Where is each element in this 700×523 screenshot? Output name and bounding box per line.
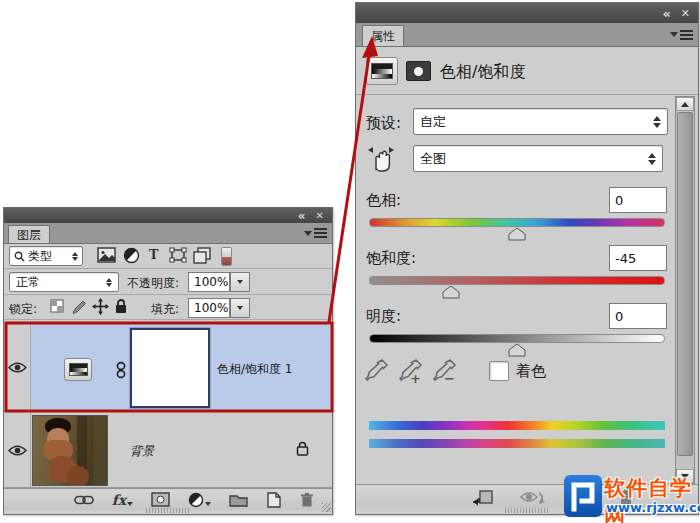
- add-eyedropper-tool[interactable]: +: [398, 357, 424, 385]
- lock-all-button[interactable]: [111, 298, 131, 315]
- collapse-panel-icon[interactable]: «: [662, 7, 670, 20]
- tab-layers[interactable]: 图层: [8, 225, 50, 243]
- hue-saturation-adjustment-icon: [366, 57, 398, 85]
- tab-properties[interactable]: 属性: [362, 25, 404, 46]
- fill-label: 填充:: [151, 301, 179, 318]
- blend-mode-dropdown[interactable]: 正常: [9, 272, 119, 292]
- lightness-input[interactable]: [609, 303, 667, 329]
- lock-pixels-button[interactable]: [68, 299, 90, 315]
- layer-row-hue-saturation[interactable]: 色相/饱和度 1: [4, 324, 332, 412]
- adjustment-title: 色相/饱和度: [440, 62, 525, 83]
- targeted-adjustment-tool[interactable]: [364, 141, 398, 175]
- layers-panel: « ✕ 图层 类型: [3, 207, 333, 515]
- filter-on-off-toggle[interactable]: [221, 247, 232, 266]
- half-circle-icon: [123, 247, 140, 264]
- background-layer-thumbnail[interactable]: [32, 415, 108, 486]
- triangle-down-icon: [237, 306, 243, 310]
- lock-icon: [296, 441, 309, 456]
- link-layers-button[interactable]: [71, 494, 97, 506]
- layer-row-background[interactable]: 背景: [4, 413, 332, 488]
- mask-link-icon[interactable]: [115, 361, 127, 379]
- panel-menu-button[interactable]: [670, 30, 693, 40]
- visibility-cell[interactable]: [4, 324, 31, 411]
- new-layer-button[interactable]: [263, 492, 284, 508]
- layer-lock-badge: [296, 441, 309, 456]
- fill-input[interactable]: [188, 298, 230, 318]
- layer-style-button[interactable]: fx: [109, 492, 136, 508]
- chevron-down-icon: [304, 231, 312, 236]
- subtract-eyedropper-tool[interactable]: −: [432, 357, 458, 385]
- checkerboard-icon: [50, 299, 64, 313]
- smart-object-icon: [193, 247, 211, 264]
- filter-pixel-layers-button[interactable]: [94, 247, 119, 263]
- eyedropper-icon: [364, 357, 390, 385]
- properties-scrollbar[interactable]: [675, 96, 695, 484]
- clip-to-layer-button[interactable]: [468, 488, 498, 506]
- corner-resize-grip[interactable]: [322, 503, 331, 512]
- triangle-down-icon: [127, 502, 133, 506]
- filter-kind-value: 类型: [28, 248, 52, 265]
- lightness-label: 明度:: [366, 307, 401, 326]
- layer-name[interactable]: 背景: [130, 443, 154, 460]
- panel-resize-grip[interactable]: [146, 508, 190, 513]
- filter-smart-objects-button[interactable]: [190, 247, 214, 264]
- hue-slider-thumb[interactable]: [508, 227, 526, 241]
- scrollbar-thumb[interactable]: [677, 112, 693, 456]
- lock-transparency-button[interactable]: [47, 299, 67, 313]
- lock-position-button[interactable]: [89, 298, 112, 315]
- eyedropper-tool[interactable]: [364, 357, 390, 385]
- delete-layer-button[interactable]: [296, 492, 318, 508]
- trash-icon: [299, 492, 315, 508]
- lightness-slider[interactable]: [369, 334, 665, 343]
- hue-spectrum-top: [369, 421, 665, 430]
- filter-shape-layers-button[interactable]: [166, 247, 190, 263]
- opacity-input[interactable]: [188, 272, 230, 292]
- properties-panel: « ✕ 属性 色相/饱和度 预设: 自定: [355, 2, 699, 515]
- close-panel-icon[interactable]: ✕: [681, 8, 690, 19]
- new-adjustment-layer-button[interactable]: [185, 492, 214, 508]
- type-icon: T: [149, 247, 158, 263]
- panel-resize-grip[interactable]: [505, 508, 549, 513]
- layers-tabrow: 图层: [4, 223, 332, 244]
- scroll-up-button[interactable]: [676, 97, 694, 111]
- watermark-logo: [564, 475, 602, 517]
- preset-value: 自定: [420, 113, 446, 131]
- panel-menu-button[interactable]: [304, 228, 327, 238]
- channel-dropdown[interactable]: 全图: [413, 145, 663, 172]
- preset-dropdown[interactable]: 自定: [413, 108, 668, 135]
- layer-mask-thumbnail[interactable]: [130, 328, 210, 408]
- view-previous-state-button[interactable]: [516, 488, 550, 506]
- opacity-dropdown-button[interactable]: [230, 272, 250, 292]
- add-layer-mask-button[interactable]: [148, 492, 173, 507]
- adjustment-layer-thumbnail[interactable]: [64, 358, 92, 381]
- brush-icon: [71, 299, 87, 315]
- visibility-cell[interactable]: [4, 413, 31, 487]
- fill-dropdown-button[interactable]: [230, 298, 250, 318]
- saturation-slider[interactable]: [369, 276, 665, 285]
- close-panel-icon[interactable]: ✕: [316, 211, 324, 221]
- tab-layers-label: 图层: [17, 228, 41, 242]
- properties-titlebar: « ✕: [356, 3, 698, 23]
- hue-input[interactable]: [609, 187, 667, 213]
- watermark: 软件自学网 www.rjzxw.com: [560, 468, 700, 523]
- hamburger-icon: [680, 30, 693, 40]
- saturation-input[interactable]: [609, 245, 667, 271]
- filter-kind-dropdown[interactable]: 类型: [9, 246, 83, 266]
- eye-arrow-icon: [519, 488, 547, 506]
- collapse-panel-icon[interactable]: «: [298, 210, 306, 222]
- blend-mode-value: 正常: [16, 274, 40, 291]
- layers-titlebar: « ✕: [4, 208, 332, 223]
- hue-slider[interactable]: [369, 218, 665, 227]
- filter-type-layers-button[interactable]: T: [146, 247, 161, 263]
- search-icon: [14, 251, 25, 262]
- filter-adjustment-layers-button[interactable]: [120, 247, 143, 264]
- saturation-label: 饱和度:: [366, 249, 416, 268]
- layer-name[interactable]: 色相/饱和度 1: [217, 361, 293, 378]
- saturation-slider-thumb[interactable]: [442, 285, 460, 299]
- colorize-checkbox[interactable]: [489, 361, 509, 381]
- colorize-label: 着色: [516, 362, 546, 381]
- new-group-button[interactable]: [226, 493, 251, 507]
- lightness-slider-thumb[interactable]: [508, 343, 526, 357]
- half-circle-icon: [188, 492, 204, 508]
- updown-arrows-icon: [648, 153, 656, 165]
